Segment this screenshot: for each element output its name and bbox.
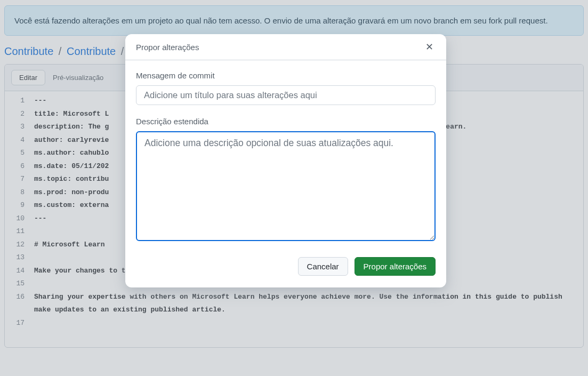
cancel-button[interactable]: Cancelar [298,257,348,276]
commit-message-label: Mensagem de commit [136,71,436,80]
close-icon: ✕ [425,41,433,53]
modal-title: Propor alterações [136,43,199,52]
modal-header: Propor alterações ✕ [125,34,446,60]
modal-body: Mensagem de commit Descrição estendida [125,60,446,247]
extended-description-label: Descrição estendida [136,117,436,126]
propose-changes-button[interactable]: Propor alterações [355,257,436,276]
commit-message-input[interactable] [136,85,436,105]
close-button[interactable]: ✕ [423,41,436,53]
propose-changes-modal: Propor alterações ✕ Mensagem de commit D… [125,34,446,287]
modal-footer: Cancelar Propor alterações [125,247,446,287]
extended-description-textarea[interactable] [136,131,436,241]
